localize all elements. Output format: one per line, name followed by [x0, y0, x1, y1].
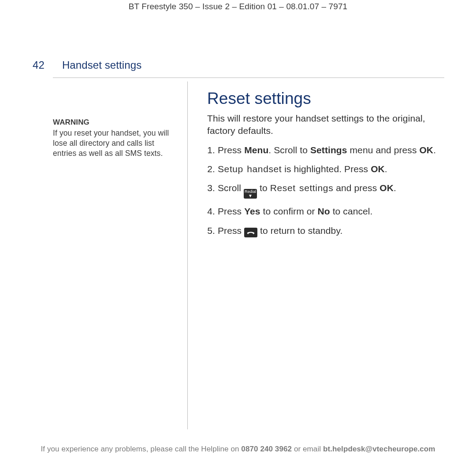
text: is highlighted. Press	[282, 164, 371, 174]
text: to cancel.	[330, 206, 373, 216]
key-label-settings: Settings	[310, 145, 347, 155]
phone-hang-icon	[246, 229, 255, 236]
text: .	[433, 145, 436, 155]
key-label-yes: Yes	[244, 206, 260, 216]
key-label-no: No	[318, 206, 330, 216]
text: .	[394, 183, 396, 193]
text: .	[385, 164, 387, 174]
text: to	[257, 183, 270, 193]
steps-list: Press Menu. Scroll to Settings menu and …	[207, 144, 450, 237]
footer-text: or email	[292, 445, 323, 453]
key-label-ok: OK	[379, 183, 394, 193]
warning-label: WARNING	[53, 118, 177, 127]
step-3: Scroll Redial▼ to Reset settings and pre…	[218, 181, 450, 199]
intro-paragraph: This will restore your handset settings …	[207, 112, 450, 137]
footer-text: If you experience any problems, please c…	[41, 445, 241, 453]
page-content: 42 Handset settings WARNING If you reset…	[0, 11, 476, 429]
sidebar-warning: WARNING If you reset your handset, you w…	[53, 81, 187, 429]
key-label-ok: OK	[419, 145, 433, 155]
text: Press	[218, 225, 244, 236]
text: Press	[218, 206, 244, 216]
text: . Scroll to	[268, 145, 310, 155]
two-column-layout: WARNING If you reset your handset, you w…	[53, 81, 450, 429]
horizontal-divider	[53, 78, 444, 78]
hang-up-key-icon	[244, 228, 257, 237]
text: menu and press	[347, 145, 420, 155]
text: and press	[333, 183, 379, 193]
step-2: Setup handset is highlighted. Press OK.	[218, 162, 450, 175]
screen-text-setup-handset: Setup handset	[218, 164, 282, 174]
text: Press	[218, 145, 244, 155]
page-number: 42	[33, 59, 45, 71]
main-heading: Reset settings	[207, 89, 450, 108]
key-label-menu: Menu	[244, 145, 268, 155]
warning-text: If you reset your handset, you will lose…	[53, 128, 177, 158]
step-5: Press to return to standby.	[218, 224, 450, 237]
section-title: Handset settings	[62, 59, 141, 71]
step-4: Press Yes to confirm or No to cancel.	[218, 205, 450, 218]
page-title-row: 42 Handset settings	[33, 59, 450, 78]
step-1: Press Menu. Scroll to Settings menu and …	[218, 144, 450, 156]
text: to confirm or	[260, 206, 318, 216]
footer-help-line: If you experience any problems, please c…	[0, 445, 476, 454]
footer-email: bt.helpdesk@vtecheurope.com	[323, 445, 435, 453]
footer-phone: 0870 240 3962	[241, 445, 292, 453]
text: Scroll	[218, 183, 244, 193]
key-label-ok: OK	[371, 164, 385, 174]
screen-text-reset-settings: Reset settings	[270, 183, 333, 193]
redial-down-key-icon: Redial▼	[244, 189, 257, 199]
text: to return to standby.	[257, 225, 342, 236]
down-arrow-icon: ▼	[248, 194, 253, 198]
main-column: Reset settings This will restore your ha…	[188, 81, 450, 429]
doc-header: BT Freestyle 350 – Issue 2 – Edition 01 …	[0, 0, 476, 11]
